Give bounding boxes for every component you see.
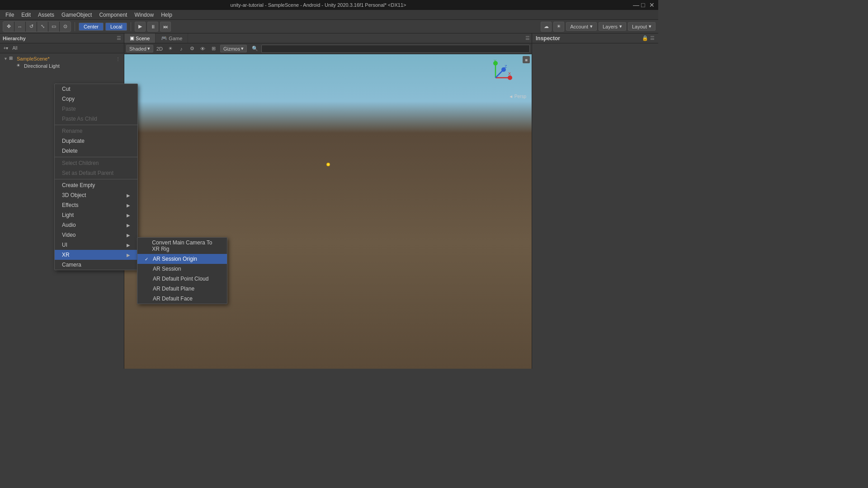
pause-button[interactable]: ⏸ (147, 22, 158, 32)
ctx-duplicate[interactable]: Duplicate (55, 136, 137, 146)
scene-tab-bar: ▣ Scene 🎮 Game ☰ (124, 33, 532, 43)
svg-text:X: X (508, 71, 511, 76)
sub-ctx-convert-camera[interactable]: Convert Main Camera To XR Rig (137, 238, 227, 254)
inspector-header: Inspector 🔒 ☰ (532, 33, 658, 43)
ctx-ui-label: UI (62, 242, 67, 248)
play-button[interactable]: ▶ (135, 22, 146, 32)
inspector-lock-icon[interactable]: 🔒 (642, 35, 648, 41)
ar-session-origin-label: AR Session Origin (153, 256, 197, 262)
ctx-xr-arrow: ▶ (127, 253, 130, 258)
sub-ctx-ar-session-origin[interactable]: ✓ AR Session Origin (137, 254, 227, 264)
xr-submenu: Convert Main Camera To XR Rig ✓ AR Sessi… (137, 237, 227, 304)
layout-dropdown[interactable]: Layout ▾ (628, 22, 656, 31)
account-dropdown[interactable]: Account ▾ (566, 22, 597, 31)
ctx-effects-label: Effects (62, 202, 78, 208)
ctx-3d-object[interactable]: 3D Object ▶ (55, 190, 137, 200)
transform-tools: ✥ ↔ ↺ ⤡ ▭ ⊙ (3, 21, 71, 32)
menu-edit[interactable]: Edit (18, 11, 34, 19)
layout-label: Layout (632, 24, 647, 29)
cloud-button[interactable]: ☁ (541, 22, 552, 32)
effects-toggle[interactable]: ⚙ (188, 45, 197, 53)
ctx-copy[interactable]: Copy (55, 94, 137, 104)
scene-panel-options[interactable]: ☰ (525, 35, 530, 41)
hierarchy-header: Hierarchy ☰ (0, 33, 124, 43)
sun-dot (326, 163, 330, 166)
step-button[interactable]: ⏭ (160, 22, 171, 32)
light-icon: ☀ (16, 63, 23, 69)
shading-dropdown[interactable]: Shaded ▾ (126, 45, 153, 52)
ctx-audio[interactable]: Audio ▶ (55, 220, 137, 230)
hierarchy-add-button[interactable]: +▾ (2, 45, 10, 52)
directional-light-label: Directional Light (24, 63, 60, 69)
close-button[interactable]: ✕ (649, 2, 655, 8)
ctx-3d-object-arrow: ▶ (127, 193, 130, 198)
ctx-delete[interactable]: Delete (55, 146, 137, 156)
pivot-center-toggle[interactable]: Center (79, 23, 104, 31)
scale-tool[interactable]: ⤡ (37, 22, 48, 32)
scene-grid[interactable]: ⊞ (209, 45, 218, 53)
rotate-tool[interactable]: ↺ (26, 22, 37, 32)
ctx-create-empty[interactable]: Create Empty (55, 180, 137, 190)
scene-options-icon[interactable]: ⋮ (116, 56, 120, 61)
tab-game[interactable]: 🎮 Game (156, 33, 188, 43)
minimize-button[interactable]: — (633, 2, 638, 8)
sub-ctx-ar-session[interactable]: AR Session (137, 264, 227, 274)
tab-scene[interactable]: ▣ Scene (124, 33, 156, 43)
move-tool[interactable]: ↔ (14, 22, 25, 32)
menu-file[interactable]: File (2, 11, 18, 19)
ar-default-face-label: AR Default Face (153, 296, 193, 302)
scene-gizmo[interactable]: X Y Z (477, 60, 514, 96)
2d-toggle[interactable]: 2D (155, 45, 164, 53)
ctx-sep-2 (55, 157, 137, 157)
ctx-duplicate-label: Duplicate (62, 138, 85, 144)
audio-toggle[interactable]: ♪ (177, 45, 186, 53)
menu-component[interactable]: Component (95, 11, 131, 19)
hand-tool[interactable]: ✥ (3, 22, 14, 32)
menu-help[interactable]: Help (157, 11, 176, 19)
scene-visibility[interactable]: 👁 (198, 45, 208, 53)
gizmos-dropdown[interactable]: Gizmos ▾ (220, 45, 247, 52)
directional-light-item[interactable]: ☀ Directional Light (0, 62, 124, 70)
scene-search[interactable]: 🔍 (250, 45, 259, 53)
maximize-button[interactable]: □ (641, 2, 646, 8)
menu-assets[interactable]: Assets (34, 11, 58, 19)
rect-tool[interactable]: ▭ (48, 22, 59, 32)
menu-gameobject[interactable]: GameObject (58, 11, 95, 19)
hierarchy-options-icon[interactable]: ☰ (117, 35, 121, 41)
ctx-xr[interactable]: XR ▶ (55, 250, 137, 260)
ctx-video[interactable]: Video ▶ (55, 230, 137, 240)
lighting-toggle[interactable]: ☀ (166, 45, 175, 53)
hierarchy-scene-item[interactable]: ▼ ⊞ SampleScene* ⋮ (0, 55, 124, 62)
ctx-ui[interactable]: UI ▶ (55, 240, 137, 250)
ctx-delete-label: Delete (62, 148, 78, 154)
shading-arrow-icon: ▾ (147, 46, 150, 52)
gizmos-arrow-icon: ▾ (241, 46, 244, 52)
sub-ctx-ar-default-face[interactable]: AR Default Face (137, 294, 227, 304)
lighting-button[interactable]: ☀ (553, 22, 564, 32)
transform-tool[interactable]: ⊙ (60, 22, 71, 32)
scene-area: ▣ Scene 🎮 Game ☰ Shaded ▾ 2D ☀ ♪ ⚙ 👁 (124, 33, 532, 369)
persp-label: ◄ Persp (509, 94, 526, 99)
scene-viewport: X Y Z ◄ Persp ■ (124, 54, 532, 369)
ctx-camera[interactable]: Camera (55, 260, 137, 270)
menu-window[interactable]: Window (131, 11, 157, 19)
ar-default-point-cloud-label: AR Default Point Cloud (153, 276, 208, 282)
scene-options-button[interactable]: ■ (523, 56, 530, 63)
hierarchy-all-button[interactable]: All (11, 45, 19, 52)
layers-dropdown[interactable]: Layers ▾ (599, 22, 626, 31)
sub-ctx-ar-default-point-cloud[interactable]: AR Default Point Cloud (137, 274, 227, 284)
ctx-effects-arrow: ▶ (127, 203, 130, 208)
inspector-options-icon[interactable]: ☰ (650, 35, 655, 41)
ctx-cut[interactable]: Cut (55, 84, 137, 94)
inspector-panel: Inspector 🔒 ☰ (532, 33, 658, 369)
pivot-local-toggle[interactable]: Local (105, 23, 127, 31)
ctx-light[interactable]: Light ▶ (55, 210, 137, 220)
scene-search-input[interactable] (261, 45, 530, 53)
inspector-title: Inspector (536, 35, 560, 42)
center-area: ▣ Scene 🎮 Game ☰ Shaded ▾ 2D ☀ ♪ ⚙ 👁 (124, 33, 532, 369)
sub-ctx-ar-default-plane[interactable]: AR Default Plane (137, 284, 227, 294)
ctx-select-children-label: Select Children (62, 160, 99, 166)
ctx-3d-object-label: 3D Object (62, 192, 86, 198)
ctx-effects[interactable]: Effects ▶ (55, 200, 137, 210)
window-controls[interactable]: — □ ✕ (633, 2, 655, 8)
